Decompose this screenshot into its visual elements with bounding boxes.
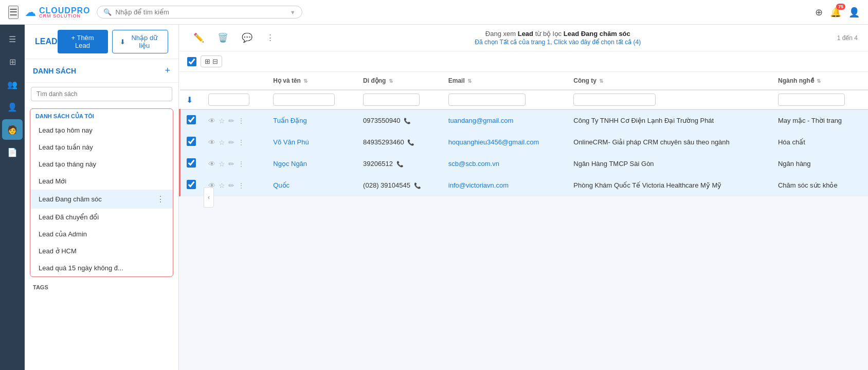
- edit-icon-button[interactable]: ✏️: [189, 30, 208, 45]
- row-star-button-1[interactable]: ☆: [219, 138, 225, 146]
- row-company-cell-1: OnlineCRM- Giải pháp CRM chuyên sâu theo…: [567, 132, 772, 153]
- import-button[interactable]: ⬇ Nhập dữ liệu: [112, 30, 168, 53]
- row-email-cell-3: info@victoriavn.com: [442, 175, 568, 196]
- col-company[interactable]: Công ty ⇅: [567, 72, 772, 90]
- add-list-button[interactable]: +: [165, 65, 170, 76]
- page-title: LEAD: [35, 37, 58, 46]
- row-star-button-3[interactable]: ☆: [219, 181, 225, 190]
- row-name-0[interactable]: Tuấn Đặng: [273, 117, 306, 124]
- row-industry-cell-0: May mặc - Thời trang: [772, 109, 868, 132]
- row-star-button-2[interactable]: ☆: [219, 160, 225, 168]
- more-options-button[interactable]: ⋮: [262, 30, 279, 45]
- funnel-icon-button[interactable]: ⬇: [186, 95, 193, 105]
- panel-collapse-button[interactable]: ‹: [204, 187, 214, 208]
- search-company-field[interactable]: [573, 94, 656, 106]
- comment-icon-button[interactable]: 💬: [238, 30, 257, 45]
- row-company-2: Ngân Hàng TMCP Sài Gòn: [573, 160, 654, 168]
- row-phone-1: 84935293460: [363, 138, 404, 146]
- search-fullname-field[interactable]: [273, 94, 335, 106]
- sidebar-icon-person-active[interactable]: 🧑: [2, 119, 23, 140]
- col-email[interactable]: Email ⇅: [442, 72, 568, 90]
- sort-phone-icon: ⇅: [389, 78, 393, 84]
- list-item-more-button[interactable]: ⋮: [156, 194, 165, 204]
- row-company-3: Phòng Khám Quốc Tế Victoria Healthcare M…: [573, 181, 721, 189]
- list-item-lead-this-month[interactable]: Lead tạo tháng này: [30, 156, 173, 173]
- phone-icon-0: 📞: [404, 118, 411, 124]
- row-industry-1: Hóa chất: [778, 138, 805, 146]
- table-row: 👁 ☆ ✏ ⋮ Ngọc Ngân 39206512 📞 scb@scb.com…: [180, 153, 869, 175]
- search-industry-field[interactable]: [778, 94, 845, 106]
- row-more-button-3[interactable]: ⋮: [238, 181, 245, 190]
- list-item-lead-this-week[interactable]: Lead tạo tuần này: [30, 139, 173, 156]
- table-row: 👁 ☆ ✏ ⋮ Võ Văn Phú 84935293460 📞 hoquang…: [180, 132, 869, 153]
- select-all-text[interactable]: Đã chọn Tất cả của trang 1, Click vào đâ…: [475, 39, 641, 46]
- sort-name-icon: ⇅: [303, 78, 308, 84]
- danh-sach-title: DANH SÁCH: [33, 67, 76, 75]
- sidebar-icon-grid[interactable]: ⊞: [2, 51, 23, 72]
- row-name-2[interactable]: Ngọc Ngân: [273, 160, 307, 168]
- sidebar-icon-menu[interactable]: ☰: [2, 29, 23, 49]
- list-item-lead-admin[interactable]: Lead của Admin: [30, 226, 173, 243]
- row-checkbox-3[interactable]: [187, 180, 196, 189]
- row-view-button-0[interactable]: 👁: [208, 117, 215, 125]
- row-phone-cell-3: (028) 39104545 📞: [357, 175, 442, 196]
- select-all-checkbox[interactable]: [187, 57, 196, 66]
- row-actions-cell-0: 👁 ☆ ✏ ⋮: [202, 109, 267, 132]
- row-edit-button-1[interactable]: ✏: [228, 138, 234, 146]
- search-name-field[interactable]: [208, 94, 249, 106]
- row-email-1[interactable]: hoquanghieu3456@gmail.com: [448, 138, 539, 146]
- row-more-button-0[interactable]: ⋮: [238, 117, 245, 125]
- row-star-button-0[interactable]: ☆: [219, 117, 225, 125]
- list-item-lead-today[interactable]: Lead tạo hôm nay: [30, 122, 173, 139]
- row-edit-button-2[interactable]: ✏: [228, 160, 234, 168]
- row-checkbox-2[interactable]: [187, 158, 196, 168]
- row-email-0[interactable]: tuandang@gmail.com: [448, 117, 514, 124]
- sort-company-icon: ⇅: [599, 78, 603, 84]
- search-phone-field[interactable]: [363, 94, 420, 106]
- row-phone-cell-1: 84935293460 📞: [357, 132, 442, 153]
- search-bar[interactable]: 🔍 ▼: [97, 6, 302, 18]
- col-phone[interactable]: Di động ⇅: [357, 72, 442, 90]
- list-item-lead-chuyen-doi[interactable]: Lead Đã chuyển đổi: [30, 209, 173, 226]
- row-checkbox-0[interactable]: [187, 115, 196, 124]
- list-item-lead-dang-cham-soc[interactable]: Lead Đang chăm sóc ⋮: [30, 190, 173, 209]
- row-company-cell-3: Phòng Khám Quốc Tế Victoria Healthcare M…: [567, 175, 772, 196]
- sidebar-icon-doc[interactable]: 📄: [2, 142, 23, 162]
- row-more-button-2[interactable]: ⋮: [238, 160, 245, 168]
- sidebar-icon-people[interactable]: 👥: [2, 74, 23, 95]
- row-email-3[interactable]: info@victoriavn.com: [448, 181, 509, 189]
- list-item-lead-moi[interactable]: Lead Mới: [30, 173, 173, 190]
- list-item-lead-qua15[interactable]: Lead quá 15 ngày không đ...: [30, 260, 173, 276]
- search-col-checkbox: ⬇: [180, 90, 203, 109]
- add-lead-button[interactable]: + Thêm Lead: [58, 30, 108, 53]
- menu-icon[interactable]: ☰: [8, 6, 19, 19]
- row-email-2[interactable]: scb@scb.com.vn: [448, 160, 499, 168]
- search-input[interactable]: [116, 8, 286, 16]
- logo: ☁ CLOUDPRO CRM SOLUTION: [25, 6, 91, 19]
- add-circle-icon[interactable]: ⊕: [815, 7, 823, 18]
- row-phone-0: 0973550940: [363, 117, 400, 124]
- row-name-1[interactable]: Võ Văn Phú: [273, 138, 309, 146]
- row-checkbox-1[interactable]: [187, 137, 196, 146]
- user-icon[interactable]: 👤: [848, 7, 860, 18]
- col-name[interactable]: Họ và tên ⇅: [267, 72, 357, 90]
- row-industry-0: May mặc - Thời trang: [778, 117, 842, 124]
- row-name-3[interactable]: Quốc: [273, 181, 290, 189]
- row-edit-button-3[interactable]: ✏: [228, 181, 234, 190]
- row-more-button-1[interactable]: ⋮: [238, 138, 245, 146]
- row-edit-button-0[interactable]: ✏: [228, 117, 234, 125]
- row-view-button-2[interactable]: 👁: [208, 160, 215, 168]
- sort-email-icon: ⇅: [467, 78, 472, 84]
- delete-icon-button[interactable]: 🗑️: [213, 30, 232, 45]
- search-col-actions: [202, 90, 267, 109]
- row-email-cell-0: tuandang@gmail.com: [442, 109, 568, 132]
- list-search-input[interactable]: [31, 87, 172, 101]
- row-view-button-1[interactable]: 👁: [208, 138, 215, 146]
- notification-icon[interactable]: 🔔 75: [830, 7, 841, 18]
- col-industry[interactable]: Ngành nghề ⇅: [772, 72, 868, 90]
- list-item-lead-hcm[interactable]: Lead ở HCM: [30, 243, 173, 260]
- search-email-field[interactable]: [448, 94, 526, 106]
- sidebar-icon-user[interactable]: 👤: [2, 97, 23, 117]
- left-panel-header: DANH SÁCH +: [25, 59, 178, 83]
- grid-view-button[interactable]: ⊞ ⊟: [201, 55, 222, 67]
